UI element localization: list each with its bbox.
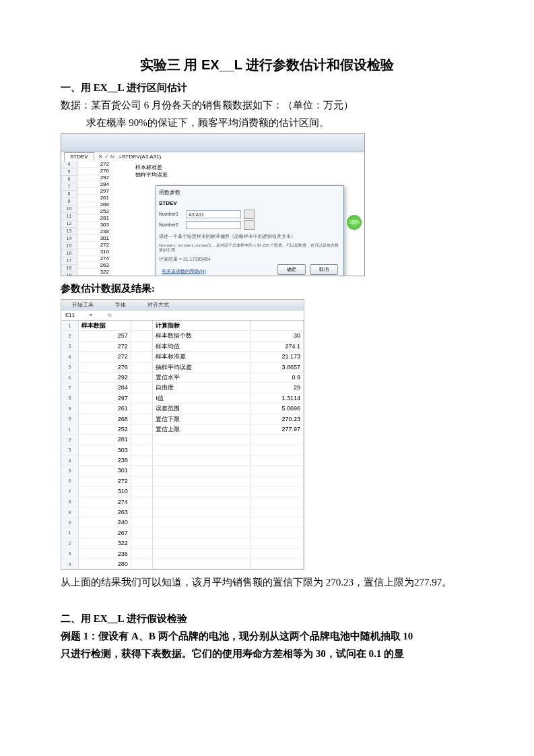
row-header: 6 (61, 476, 78, 486)
row-header: 9 (61, 198, 77, 206)
example1-text1: 假设有 A、B 两个品牌的电池，现分别从这两个品牌电池中随机抽取 10 (98, 631, 413, 641)
row-header: 12 (61, 220, 77, 228)
row-header: 15 (61, 243, 77, 250)
header-sample-data: 样本数据 (78, 321, 131, 331)
dialog-num1-label: Number1 (159, 210, 183, 218)
table-row: 6272 (61, 476, 304, 486)
cell-d: 30 (251, 331, 304, 341)
cell-a: 280 (78, 559, 131, 569)
cell-a: 276 (78, 362, 131, 372)
row-header: 4 (61, 559, 78, 569)
row-header: 10 (61, 206, 77, 213)
table-row: 9261误差范围5.0696 (61, 404, 304, 414)
dialog-result: 计算结果 = 21.17395454 (159, 257, 341, 262)
cell-a: 292 (78, 372, 131, 382)
table-row: 4280 (61, 559, 304, 569)
cell-colA: 310 (77, 249, 111, 255)
table-row: 1252置信上限277.97 (61, 424, 304, 434)
cell-c (153, 517, 251, 528)
dialog-cancel-button[interactable]: 取消 (310, 264, 338, 275)
range-select-icon[interactable] (244, 210, 255, 219)
row-header: 9 (61, 404, 78, 414)
table-row: 9263 (61, 507, 304, 517)
cell-d (251, 476, 304, 486)
table-row: 8274 (61, 497, 304, 507)
cell-a: 297 (78, 393, 131, 403)
percentage-badge: 39% (347, 215, 362, 230)
table-row: 3303 (61, 445, 304, 455)
cell-a: 303 (78, 445, 131, 455)
table-row: 1267 (61, 528, 304, 538)
dialog-title: 函数参数 (159, 189, 341, 197)
cell-a: 268 (78, 414, 131, 424)
cell-d: 21.173 (251, 352, 304, 362)
row-header: 0 (61, 517, 78, 528)
cell-c: 置信上限 (153, 424, 251, 434)
dialog-function-name: STDEV (159, 199, 341, 208)
cell-c (153, 538, 251, 548)
cell-c (153, 528, 251, 538)
example1-text2: 只进行检测，获得下表数据。它们的使用寿命方差相等为 30，试问在 0.1 的显 (61, 645, 473, 662)
cell-d (251, 548, 304, 559)
table-row: 7284自由度29 (61, 383, 304, 393)
cell-colA: 281 (77, 215, 111, 222)
cell-c (153, 486, 251, 497)
cell-d: 3.8657 (251, 362, 304, 372)
dialog-num1-input[interactable]: A3:A31 (186, 210, 241, 218)
cell-c: t值 (153, 393, 251, 403)
column-a-values: 2722762922842972612682522813032383012723… (77, 161, 111, 276)
dialog-num2-label: Number2 (159, 221, 183, 228)
dialog-num2-input[interactable] (186, 221, 241, 229)
range-select-icon[interactable] (244, 220, 255, 230)
excel-ribbon (61, 134, 364, 152)
cell-c: 样本数据个数 (153, 331, 251, 341)
section1-heading: 一、用 EX__L 进行区间估计 (61, 80, 473, 96)
row-headers: 456789101112131415161718192021222324 (61, 161, 77, 276)
cell-a: 272 (78, 341, 131, 351)
cell-colA: 276 (77, 168, 111, 175)
dialog-ok-button[interactable]: 确定 (277, 264, 306, 275)
table-row: 0268置信下限270.23 (61, 414, 304, 424)
row-header: 4 (61, 352, 78, 362)
row-header: 17 (61, 257, 77, 265)
cell-d (251, 517, 304, 528)
cell-a: 281 (78, 435, 131, 445)
row-header: 18 (61, 265, 77, 272)
table-row: 3236 (61, 548, 304, 559)
section1-desc1: 数据：某百货公司 6 月份各天的销售额数据如下：（单位：万元） (61, 97, 473, 113)
example1-label: 例题 1： (61, 631, 98, 641)
mid-heading: 参数估计数据及结果: (61, 280, 473, 296)
cell-d: 274.1 (251, 341, 304, 351)
row-header: 5 (61, 168, 77, 176)
cell-colA: 274 (77, 255, 111, 262)
table-row: 2257样本数据个数30 (61, 331, 304, 341)
table-row: 4272样本标准差21.173 (61, 352, 304, 362)
example1-line: 例题 1：假设有 A、B 两个品牌的电池，现分别从这两个品牌电池中随机抽取 10 (61, 628, 473, 644)
cell-d (251, 486, 304, 497)
cell-colA: 303 (77, 222, 111, 228)
cell-colA: 268 (77, 201, 111, 208)
cell-a: 257 (78, 331, 131, 341)
cell-a: 301 (78, 466, 131, 476)
results-table: 1样本数据计算指标2257样本数据个数303272样本均值274.14272样本… (61, 321, 304, 569)
cell-colA: 272 (77, 161, 111, 168)
function-args-dialog: 函数参数 STDEV Number1 A3:A31 Number2 描述一个基于… (156, 185, 344, 276)
cell-d: 1.3114 (251, 393, 304, 403)
cell-a: 267 (78, 528, 131, 538)
cell-d: 277.97 (251, 424, 304, 434)
row-header: 16 (61, 250, 77, 257)
screenshot-excel-results: 开始工具 字体 对齐方式 E11 ▾ fx 1样本数据计算指标2257样本数据个… (61, 299, 304, 570)
cell-d (251, 528, 304, 538)
table-row: 0240 (61, 517, 304, 528)
cell-c (153, 435, 251, 445)
cell-d (251, 466, 304, 476)
conclusion-text: 从上面的结果我们可以知道，该月平均销售额的置信下限为 270.23，置信上限为2… (61, 574, 473, 590)
formula-text: =STDEV(A3:A31) (119, 153, 161, 162)
dialog-help-link[interactable]: 有关该函数的帮助(H) (162, 267, 206, 275)
cell-a: 284 (78, 383, 131, 393)
label-avg-error: 抽样平均误差 (135, 171, 168, 179)
section1-desc2: 求在概率 90%的保证下，顾客平均消费额的估计区间。 (61, 115, 473, 131)
cell-d: 5.0696 (251, 404, 304, 414)
cell-colA: 297 (77, 188, 111, 195)
cell-c: 置信水平 (153, 372, 251, 382)
